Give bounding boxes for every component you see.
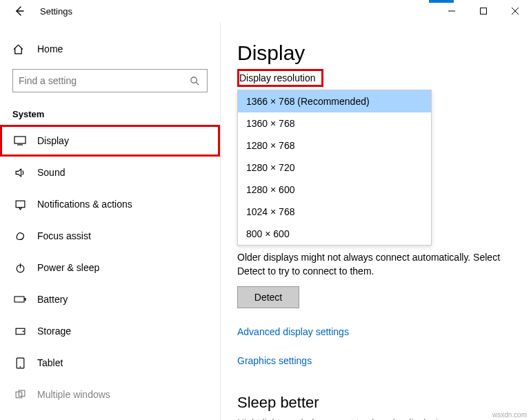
sidebar-item-focus[interactable]: Focus assist	[0, 220, 220, 252]
sidebar-item-battery[interactable]: Battery	[0, 283, 220, 315]
sidebar-item-label: Battery	[37, 294, 68, 305]
focus-icon	[12, 230, 28, 242]
sidebar-item-label: Focus assist	[37, 230, 91, 241]
svg-line-6	[196, 82, 199, 85]
page-title: Display	[237, 41, 514, 65]
home-icon	[12, 43, 28, 55]
resolution-option[interactable]: 1360 × 768	[238, 112, 431, 134]
sidebar-item-label: Multiple windows	[37, 389, 110, 400]
sidebar-item-label: Sound	[37, 167, 65, 178]
tablet-icon	[12, 357, 28, 369]
resolution-label: Display resolution	[237, 69, 323, 87]
notifications-icon	[12, 199, 28, 210]
sidebar-item-label: Power & sleep	[37, 262, 99, 273]
search-icon	[188, 76, 201, 86]
sidebar-item-display[interactable]: Display	[0, 125, 220, 157]
sidebar-item-power[interactable]: Power & sleep	[0, 252, 220, 283]
sleep-better-title: Sleep better	[237, 394, 514, 412]
sidebar-item-storage[interactable]: Storage	[0, 315, 220, 347]
sidebar-item-sound[interactable]: Sound	[0, 157, 220, 188]
sidebar-item-multiple[interactable]: Multiple windows	[0, 379, 220, 410]
detect-button[interactable]: Detect	[237, 286, 299, 308]
resolution-option[interactable]: 1280 × 600	[238, 179, 431, 201]
search-input[interactable]	[19, 75, 188, 86]
search-box[interactable]	[12, 69, 208, 92]
battery-icon	[12, 295, 28, 303]
svg-point-17	[19, 366, 21, 367]
resolution-option[interactable]: 1280 × 768	[238, 134, 431, 157]
storage-icon	[12, 326, 28, 337]
svg-rect-9	[16, 201, 25, 208]
maximize-button[interactable]	[468, 0, 499, 22]
resolution-option[interactable]: 1366 × 768 (Recommended)	[238, 90, 431, 112]
svg-point-15	[22, 330, 23, 332]
back-button[interactable]	[8, 0, 30, 22]
power-icon	[12, 262, 28, 274]
content: Display Display resolution 1366 × 768 (R…	[221, 22, 531, 420]
sidebar: Home System Display Sound Notifications …	[0, 22, 221, 420]
sidebar-item-label: Display	[37, 135, 69, 146]
svg-point-5	[190, 77, 196, 82]
advanced-display-link[interactable]: Advanced display settings	[237, 326, 514, 337]
sidebar-item-notifications[interactable]: Notifications & actions	[0, 188, 220, 220]
sidebar-item-tablet[interactable]: Tablet	[0, 347, 220, 379]
svg-rect-2	[481, 8, 487, 14]
sleep-better-text: Night light can help you get to sleep by…	[237, 417, 514, 420]
resolution-dropdown[interactable]: 1366 × 768 (Recommended) 1360 × 768 1280…	[237, 90, 432, 246]
home-label: Home	[37, 43, 63, 54]
app-title: Settings	[40, 6, 72, 17]
close-button[interactable]	[499, 0, 531, 22]
svg-rect-12	[14, 297, 24, 302]
detect-help-text: Older displays might not always connect …	[237, 251, 513, 278]
sidebar-item-label: Tablet	[37, 357, 63, 368]
sound-icon	[12, 167, 28, 179]
resolution-option[interactable]: 800 × 600	[238, 223, 431, 245]
svg-rect-13	[24, 298, 26, 301]
graphics-settings-link[interactable]: Graphics settings	[237, 355, 514, 366]
watermark: wsxdn.com	[492, 411, 527, 419]
minimize-button[interactable]	[436, 0, 468, 22]
windows-icon	[12, 389, 28, 401]
sidebar-item-label: Notifications & actions	[37, 199, 132, 210]
group-system: System	[12, 109, 208, 119]
sidebar-item-label: Storage	[37, 326, 71, 337]
svg-rect-7	[14, 137, 26, 143]
resolution-option[interactable]: 1280 × 720	[238, 157, 431, 179]
resolution-option[interactable]: 1024 × 768	[238, 201, 431, 223]
display-icon	[12, 136, 28, 146]
home-nav[interactable]: Home	[0, 36, 220, 62]
